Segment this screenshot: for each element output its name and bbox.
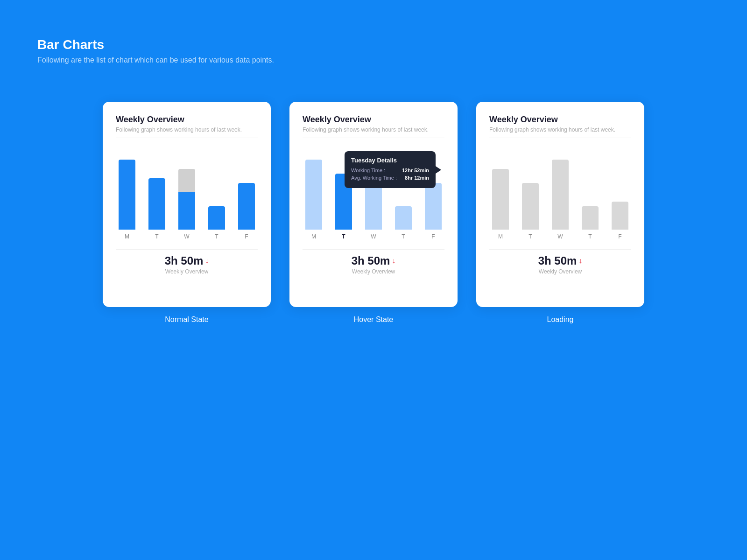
label-ht: T <box>342 233 345 240</box>
page-header: Bar Charts Following are the list of cha… <box>37 37 710 64</box>
state-label-loading: Loading <box>547 315 574 324</box>
card-loading: Weekly Overview Following graph shows wo… <box>476 102 644 307</box>
bar-ht2 <box>395 206 412 230</box>
card-normal-desc: Following graph shows working hours of l… <box>116 126 258 133</box>
card-hover: Weekly Overview Following graph shows wo… <box>289 102 458 307</box>
bar-group-t: T <box>146 147 168 240</box>
label-lt2: T <box>588 233 592 240</box>
bar-group-t2: T <box>205 147 228 240</box>
bar-lt <box>522 183 539 230</box>
bar-ht <box>335 174 352 230</box>
label-lm: M <box>498 233 503 240</box>
bar-group-m: M <box>116 147 138 240</box>
card-hover-desc: Following graph shows working hours of l… <box>303 126 444 133</box>
stat-value-normal: 3h 50m <box>165 254 204 267</box>
chart-loading: M T W <box>489 147 631 240</box>
bar-hw <box>365 164 382 230</box>
stat-value-hover: 3h 50m <box>352 254 390 267</box>
bar-lm <box>492 169 509 230</box>
bar-hf <box>425 183 442 230</box>
bar-group-lt2: T <box>579 147 601 240</box>
bar-group-hf: F <box>422 147 444 240</box>
page-subtitle: Following are the list of chart which ca… <box>37 56 710 64</box>
cards-row: Weekly Overview Following graph shows wo… <box>37 102 710 324</box>
label-hf: F <box>431 233 435 240</box>
stat-main-normal: 3h 50m ↓ <box>116 254 258 267</box>
card-loading-title: Weekly Overview <box>489 115 631 125</box>
card-normal-title: Weekly Overview <box>116 115 258 125</box>
stat-label-loading: Weekly Overview <box>489 268 631 275</box>
bar-w-combined <box>178 169 195 230</box>
bar-group-f: F <box>235 147 258 240</box>
label-t: T <box>155 233 158 240</box>
bar-lw <box>552 160 569 230</box>
bar-group-lf: F <box>609 147 631 240</box>
bar-t <box>148 178 165 230</box>
bar-f <box>238 183 255 230</box>
stat-label-hover: Weekly Overview <box>303 268 444 275</box>
label-lw: W <box>557 233 563 240</box>
label-lt: T <box>529 233 532 240</box>
card-loading-footer: 3h 50m ↓ Weekly Overview <box>489 249 631 275</box>
bar-group-ht2: T <box>392 147 415 240</box>
card-hover-title: Weekly Overview <box>303 115 444 125</box>
stat-label-normal: Weekly Overview <box>116 268 258 275</box>
bar-lt2 <box>582 206 599 230</box>
stat-main-loading: 3h 50m ↓ <box>489 254 631 267</box>
bar-group-w: W <box>176 147 198 240</box>
bar-group-lt: T <box>519 147 542 240</box>
bar-lf <box>612 202 628 230</box>
label-hm: M <box>311 233 316 240</box>
label-lf: F <box>618 233 621 240</box>
label-w: W <box>184 233 189 240</box>
label-ht2: T <box>402 233 405 240</box>
card-normal: Weekly Overview Following graph shows wo… <box>103 102 271 307</box>
chart-hover: Tuesday Details Working Time : 12hr 52mi… <box>303 147 444 240</box>
bar-w-bottom <box>178 192 195 230</box>
stat-down-normal: ↓ <box>205 257 209 265</box>
bar-group-lm: M <box>489 147 512 240</box>
card-hover-footer: 3h 50m ↓ Weekly Overview <box>303 249 444 275</box>
bar-t2 <box>208 206 225 230</box>
stat-down-loading: ↓ <box>578 257 582 265</box>
label-hw: W <box>371 233 376 240</box>
bar-hm <box>305 160 322 230</box>
label-t2: T <box>215 233 218 240</box>
label-f: F <box>245 233 248 240</box>
card-normal-footer: 3h 50m ↓ Weekly Overview <box>116 249 258 275</box>
card-loading-desc: Following graph shows working hours of l… <box>489 126 631 133</box>
stat-main-hover: 3h 50m ↓ <box>303 254 444 267</box>
state-label-hover: Hover State <box>354 315 393 324</box>
chart-normal: M T W <box>116 147 258 240</box>
bar-group-lw: W <box>549 147 571 240</box>
bar-group-ht: T <box>332 147 355 240</box>
stat-value-loading: 3h 50m <box>538 254 577 267</box>
state-label-normal: Normal State <box>165 315 208 324</box>
bar-w-top <box>178 169 195 192</box>
bar-m <box>119 160 135 230</box>
stat-down-hover: ↓ <box>392 257 395 265</box>
bar-group-hm: M <box>303 147 325 240</box>
label-m: M <box>125 233 129 240</box>
page-title: Bar Charts <box>37 37 710 52</box>
bar-group-hw: W <box>362 147 385 240</box>
